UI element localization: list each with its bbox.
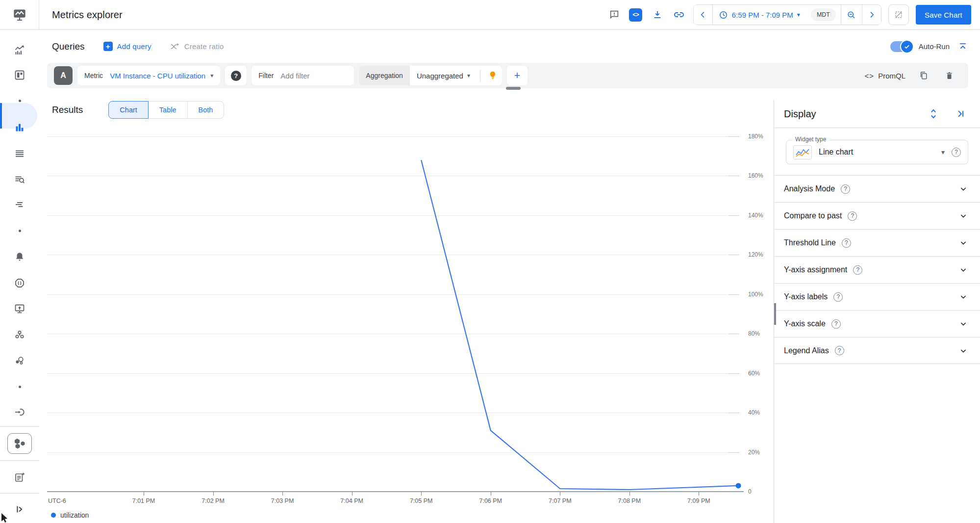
metric-field[interactable]: Metric VM Instance - CPU utilization ▾	[77, 66, 220, 85]
sidebar-item-metrics-explorer[interactable]	[0, 116, 39, 139]
dashboards-icon	[14, 69, 25, 81]
sidebar-item-kubernetes[interactable]	[0, 432, 39, 455]
copy-icon	[919, 71, 929, 80]
expand-sidebar-icon	[14, 504, 25, 515]
zoom-out-button[interactable]	[841, 5, 862, 25]
sidebar-item-services[interactable]	[0, 349, 39, 372]
sidebar-item-list[interactable]	[0, 142, 39, 165]
section-label: Compare to past	[784, 211, 842, 220]
help-icon[interactable]: ?	[848, 211, 857, 221]
x-axis-label: 7:07 PM	[549, 497, 572, 504]
collapse-queries-button[interactable]	[955, 39, 970, 54]
services-icon	[14, 355, 25, 366]
suggestion-button[interactable]	[483, 66, 502, 85]
create-ratio-button[interactable]: Create ratio	[170, 42, 224, 51]
x-axis-label: 7:03 PM	[271, 497, 294, 504]
save-chart-button[interactable]: Save Chart	[916, 5, 971, 25]
filter-field[interactable]: Filter	[251, 66, 354, 85]
code-toggle-button[interactable]: <>	[628, 7, 643, 22]
add-query-button[interactable]: + Add query	[103, 42, 151, 51]
duplicate-query-button[interactable]	[916, 68, 931, 83]
timezone-chip[interactable]: MDT	[811, 8, 836, 21]
section-legend-alias[interactable]: Legend Alias ?	[774, 337, 980, 364]
caret-down-icon: ▾	[797, 12, 800, 18]
sidebar-item-groups[interactable]	[0, 323, 39, 346]
section-y-axis-assignment[interactable]: Y-axis assignment ?	[774, 256, 980, 283]
section-label: Threshold Line	[784, 238, 836, 247]
aggregation-field[interactable]: Aggregation Unaggregated ▾	[359, 66, 502, 85]
section-compare-to-past[interactable]: Compare to past ?	[774, 202, 980, 229]
time-range-picker[interactable]: 6:59 PM - 7:09 PM ▾	[713, 10, 806, 20]
section-analysis-mode[interactable]: Analysis Mode ?	[774, 175, 980, 202]
widget-type-value: Line chart	[819, 148, 853, 157]
section-label: Y-axis assignment	[784, 265, 847, 274]
tab-table[interactable]: Table	[148, 101, 188, 119]
nav-dot	[19, 386, 21, 388]
metric-value[interactable]: VM Instance - CPU utilization	[110, 72, 210, 80]
chevron-down-icon	[959, 347, 967, 355]
scrollbar-indicator[interactable]	[774, 303, 776, 325]
widget-type-label: Widget type	[792, 136, 829, 143]
section-y-axis-labels[interactable]: Y-axis labels ?	[774, 283, 980, 310]
time-range-control: 6:59 PM - 7:09 PM ▾ MDT	[693, 4, 881, 25]
monitoring-logo[interactable]	[0, 0, 39, 30]
sidebar-item-dashboards[interactable]	[0, 63, 39, 87]
sidebar-item-uptime-checks[interactable]	[0, 297, 39, 320]
time-back-button[interactable]	[694, 5, 712, 25]
kubernetes-hexagons-icon	[13, 437, 26, 450]
collapse-panel-button[interactable]	[954, 106, 968, 121]
groups-icon	[14, 329, 25, 340]
resize-drag-handle[interactable]	[506, 87, 521, 90]
zoom-select-disabled-button[interactable]	[888, 4, 909, 25]
query-builder-row: A Metric VM Instance - CPU utilization ▾…	[47, 63, 968, 88]
help-icon[interactable]: ?	[952, 148, 961, 157]
y-axis-label: 140%	[748, 212, 763, 219]
metrics-explorer-app: Metrics explorer <>	[0, 0, 980, 523]
help-icon[interactable]: ?	[231, 71, 241, 81]
sidebar-item-release-notes[interactable]	[0, 466, 39, 489]
time-forward-button[interactable]	[862, 5, 881, 25]
help-icon[interactable]: ?	[842, 238, 851, 248]
auto-run-toggle[interactable]	[890, 41, 913, 52]
sidebar-item-log-search[interactable]	[0, 168, 39, 191]
expand-sections-button[interactable]	[926, 106, 941, 121]
help-icon[interactable]: ?	[841, 184, 850, 194]
help-icon[interactable]: ?	[835, 346, 844, 355]
feedback-button[interactable]	[607, 7, 622, 22]
help-icon[interactable]: ?	[853, 265, 862, 275]
sidebar-item-overview[interactable]	[0, 38, 39, 62]
latest-value-dot	[736, 483, 741, 488]
y-axis-label: 60%	[748, 370, 760, 377]
queries-bar: Queries + Add query Create ratio Auto-Ru…	[39, 30, 980, 63]
section-threshold-line[interactable]: Threshold Line ?	[774, 229, 980, 256]
share-link-button[interactable]	[672, 7, 686, 22]
y-axis-label: 180%	[748, 133, 763, 140]
section-y-axis-scale[interactable]: Y-axis scale ?	[774, 310, 980, 337]
download-button[interactable]	[650, 7, 665, 22]
chevron-down-icon	[959, 185, 967, 193]
sidebar-item-trace[interactable]	[0, 193, 39, 217]
widget-type-select[interactable]: Widget type Line chart ▾ ?	[786, 140, 968, 164]
download-icon	[652, 9, 663, 20]
sidebar-item-incidents[interactable]	[0, 271, 39, 295]
add-sub-query-button[interactable]: +	[507, 66, 528, 85]
tab-chart[interactable]: Chart	[108, 101, 148, 119]
delete-query-button[interactable]	[942, 68, 956, 83]
help-icon[interactable]: ?	[833, 292, 843, 302]
sidebar-divider	[0, 460, 39, 461]
divider	[774, 128, 980, 128]
alerting-bell-icon	[14, 251, 25, 263]
integrations-icon	[14, 406, 25, 418]
monitoring-logo-icon	[12, 8, 27, 22]
promql-button[interactable]: <> PromQL	[865, 72, 905, 80]
tab-both[interactable]: Both	[187, 101, 225, 119]
filter-input[interactable]	[280, 72, 354, 80]
aggregation-value[interactable]: Unaggregated	[410, 72, 467, 80]
sidebar-item-alerting[interactable]	[0, 245, 39, 269]
help-icon[interactable]: ?	[831, 319, 841, 329]
sidebar-item-integrations[interactable]	[0, 400, 39, 424]
zoom-out-icon	[847, 10, 856, 20]
section-label: Legend Alias	[784, 346, 829, 355]
legend-item[interactable]: utilization	[51, 511, 89, 519]
x-axis-label: 7:06 PM	[479, 497, 502, 504]
